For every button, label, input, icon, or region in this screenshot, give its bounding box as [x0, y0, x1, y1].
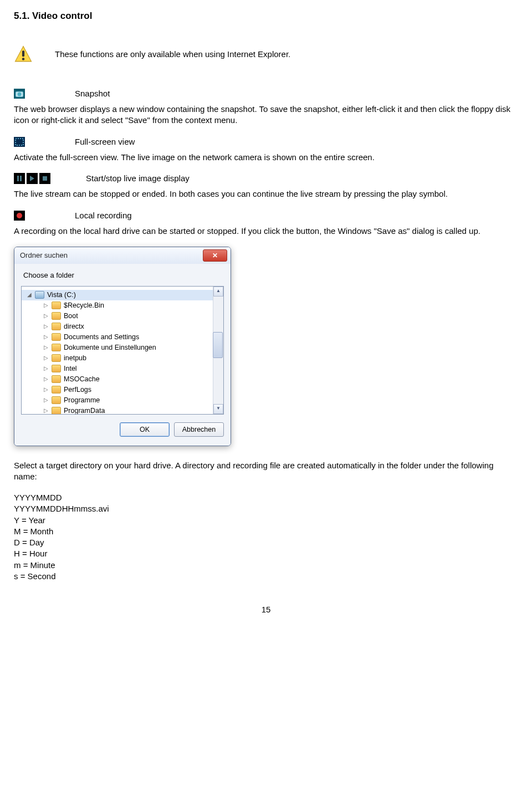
tree-folder-label: Programme — [64, 396, 100, 405]
tree-folder-label: Documents and Settings — [64, 333, 139, 342]
tree-folder-label: $Recycle.Bin — [64, 301, 104, 310]
after-dialog-text: Select a target directory on your hard d… — [14, 460, 518, 483]
folder-tree[interactable]: ◢ Vista (C:) ▷$Recycle.Bin ▷Boot ▷direct… — [21, 286, 224, 415]
tree-folder-label: MSOCache — [64, 375, 100, 384]
tree-folder-label: directx — [64, 322, 84, 331]
tree-folder-label: Boot — [64, 311, 78, 321]
tree-scrollbar[interactable]: ▲ ▼ — [213, 287, 223, 414]
svg-rect-0 — [22, 50, 24, 57]
tree-folder-label: Dokumente und Einstellungen — [64, 343, 156, 352]
tree-folder-label: Intel — [64, 364, 77, 374]
format-line: D = Day — [14, 537, 518, 548]
tree-folder-label: PerfLogs — [64, 385, 91, 395]
folder-browse-dialog: Ordner suchen ✕ Choose a folder ◢ Vista … — [14, 247, 231, 446]
tree-folder-row[interactable]: ▷Documents and Settings — [22, 332, 213, 343]
recording-label: Local recording — [75, 210, 132, 221]
play-icon — [27, 173, 38, 184]
tree-drive-label: Vista (C:) — [47, 290, 76, 300]
snapshot-row: Snapshot — [14, 88, 518, 99]
svg-point-4 — [18, 93, 22, 96]
dialog-ok-button[interactable]: OK — [120, 422, 170, 437]
playback-description: The live stream can be stopped or ended.… — [14, 188, 518, 200]
tree-folder-row[interactable]: ▷MSOCache — [22, 374, 213, 385]
record-icon — [14, 211, 25, 221]
scroll-up-icon[interactable]: ▲ — [213, 287, 223, 297]
fullscreen-icon — [14, 137, 25, 147]
playback-label: Start/stop live image display — [86, 173, 190, 184]
dialog-prompt: Choose a folder — [23, 270, 224, 280]
stop-icon — [39, 173, 50, 184]
camera-icon — [14, 89, 25, 99]
tree-drive-row[interactable]: ◢ Vista (C:) — [22, 290, 213, 300]
playback-icons — [14, 173, 50, 184]
snapshot-label: Snapshot — [75, 88, 110, 99]
format-line: m = Minute — [14, 560, 518, 571]
dialog-title: Ordner suchen — [20, 251, 68, 260]
tree-folder-row[interactable]: ▷Dokumente und Einstellungen — [22, 343, 213, 353]
warning-icon — [14, 45, 44, 64]
scroll-thumb[interactable] — [213, 332, 223, 358]
format-line: YYYYMMDD — [14, 492, 518, 503]
tree-folder-row[interactable]: ▷directx — [22, 321, 213, 332]
dialog-close-button[interactable]: ✕ — [203, 249, 227, 262]
svg-rect-7 — [17, 176, 19, 181]
playback-row: Start/stop live image display — [14, 173, 518, 184]
tree-folder-row[interactable]: ▷$Recycle.Bin — [22, 300, 213, 311]
scroll-down-icon[interactable]: ▼ — [213, 404, 223, 414]
pause-icon — [14, 173, 25, 184]
recording-row: Local recording — [14, 210, 518, 221]
format-line: Y = Year — [14, 515, 518, 526]
snapshot-description: The web browser displays a new window co… — [14, 104, 518, 126]
format-line: M = Month — [14, 526, 518, 537]
fullscreen-label: Full-screen view — [75, 136, 135, 147]
svg-rect-9 — [43, 176, 47, 181]
fullscreen-row: Full-screen view — [14, 136, 518, 147]
warning-text: These functions are only available when … — [55, 49, 290, 60]
svg-point-11 — [17, 213, 22, 218]
tree-folder-row[interactable]: ▷inetpub — [22, 353, 213, 364]
section-heading: 5.1. Video control — [14, 10, 518, 23]
format-line: s = Second — [14, 571, 518, 582]
svg-point-1 — [22, 58, 25, 60]
fullscreen-description: Activate the full-screen view. The live … — [14, 152, 518, 163]
tree-folder-label: ProgramData — [64, 406, 105, 414]
format-line: YYYYMMDDHHmmss.avi — [14, 503, 518, 514]
tree-folder-row[interactable]: ▷Intel — [22, 364, 213, 374]
warning-row: These functions are only available when … — [14, 45, 518, 64]
svg-rect-8 — [20, 176, 22, 181]
tree-folder-label: inetpub — [64, 354, 86, 363]
filename-format-block: YYYYMMDD YYYYMMDDHHmmss.avi Y = Year M =… — [14, 492, 518, 582]
dialog-cancel-button[interactable]: Abbrechen — [174, 422, 224, 437]
tree-folder-row[interactable]: ▷Programme — [22, 395, 213, 406]
tree-folder-row[interactable]: ▷ProgramData — [22, 406, 213, 414]
dialog-titlebar: Ordner suchen ✕ — [14, 247, 231, 264]
page-number: 15 — [14, 604, 518, 615]
tree-folder-row[interactable]: ▷Boot — [22, 311, 213, 321]
format-line: H = Hour — [14, 548, 518, 559]
tree-folder-row[interactable]: ▷PerfLogs — [22, 385, 213, 395]
recording-description: A recording on the local hard drive can … — [14, 226, 518, 237]
